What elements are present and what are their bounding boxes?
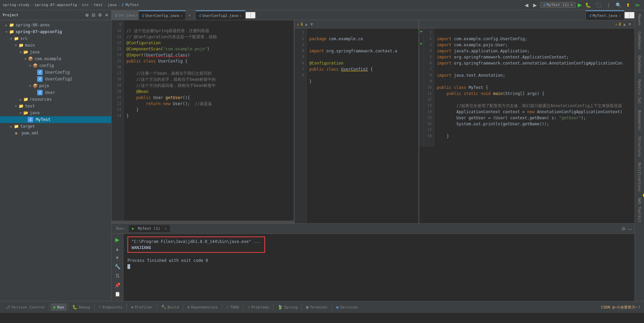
tree-item-user[interactable]: ▶ C User (0, 89, 111, 96)
structure-panel-button[interactable]: Structure (636, 134, 643, 159)
gutter-run-10[interactable]: ▶ (419, 41, 424, 47)
breadcrumb-java[interactable]: java (108, 3, 117, 7)
tree-item-test[interactable]: ▼ 📁 test (0, 103, 111, 109)
run-tab-close[interactable]: ✕ (165, 226, 167, 231)
wrench-button[interactable]: 🔧 (114, 263, 121, 270)
tree-item-pomxml[interactable]: ▶ m pom.xml (0, 130, 111, 136)
notifications-button[interactable]: ≫ (634, 2, 641, 8)
bookmarks-panel-button[interactable]: Bookmarks (636, 107, 643, 133)
gutter-run-9[interactable]: ▶ (419, 28, 424, 34)
tree-item-pojo[interactable]: ▼ 📦 pojo (0, 82, 111, 89)
tab-userconfig2[interactable]: C UserConfig2.java ✕ (196, 10, 245, 20)
tree-item-config[interactable]: ▼ 📦 config (0, 62, 111, 69)
scroll-down-button[interactable]: ▼ (114, 254, 120, 261)
breadcrumb-appconfig[interactable]: spring-07-appconfig (34, 3, 77, 7)
statusbar-build[interactable]: 🔨 Build (159, 303, 182, 311)
breadcrumb-src[interactable]: src (82, 3, 89, 7)
arrow-config[interactable]: ▼ (28, 64, 32, 68)
add-button[interactable]: ⊕ (85, 13, 89, 18)
update-button[interactable]: ⬆ (625, 2, 631, 8)
back-button[interactable]: ◀ (523, 2, 530, 8)
tree-item-com-example[interactable]: ▼ 📦 com.example (0, 55, 111, 62)
run-again-button[interactable]: ▶ (115, 236, 120, 244)
statusbar-version-control[interactable]: ⎇ Version Control (3, 303, 48, 311)
code-area-userconfig[interactable]: 910111213 1415161718 192021222324 // 这个也… (112, 20, 294, 221)
scroll-up-button[interactable]: ▲ (114, 246, 120, 252)
more-actions-button[interactable]: ⋮ (605, 2, 612, 8)
debug-button[interactable]: 🐛 (584, 2, 592, 8)
awstoolkit-panel-button[interactable]: AWS Toolkit (636, 195, 643, 225)
tab-mytest[interactable]: C MyTest.java ✕ (586, 10, 624, 20)
tree-item-resources[interactable]: ▶ 📁 resources (0, 96, 111, 103)
run-config-selector[interactable]: C MyTest (1) ▾ (540, 2, 576, 8)
close-run-button[interactable]: 📋 (114, 291, 121, 297)
tab-options-button[interactable]: ⋮ (245, 12, 256, 19)
hscroll-userconfig[interactable] (112, 221, 294, 223)
pin-button[interactable]: 📌 (114, 282, 121, 289)
coverage-button[interactable]: ⬛ (594, 2, 603, 8)
arrow-target[interactable]: ▶ (9, 125, 14, 128)
run-minimize-button[interactable]: — (627, 226, 632, 231)
settings-button[interactable]: ⚙ (98, 13, 102, 18)
breadcrumb-mytest[interactable]: MyTest (125, 3, 139, 7)
arrow-java-main[interactable]: ▼ (18, 50, 23, 54)
tree-item-src[interactable]: ▼ 📁 src (0, 35, 111, 42)
tree-item-userconfig2[interactable]: ▶ C UserConfig2 (0, 76, 111, 82)
breadcrumb-spring-study[interactable]: spring-study (3, 3, 29, 7)
run-settings-button[interactable]: ⚙ (621, 226, 626, 231)
breadcrumb-test[interactable]: test (94, 3, 103, 7)
arrow-resources[interactable]: ▶ (18, 98, 23, 101)
mytest-tab-close[interactable]: ✕ (619, 14, 621, 18)
notifications-panel-button[interactable]: Notifications (636, 160, 643, 194)
tree-item-java-main[interactable]: ▼ 📂 java (0, 49, 111, 55)
tree-item-main[interactable]: ▼ 📁 main (0, 42, 111, 49)
database-panel-button[interactable]: Database (636, 53, 643, 76)
run-tab-mytest[interactable]: ▶ MyTest (1) ✕ (129, 225, 170, 232)
search-button[interactable]: 🔍 (614, 2, 623, 8)
tree-item-userconfig[interactable]: ▶ C UserConfig (0, 69, 111, 76)
codegeex-panel-button[interactable]: CodeGeex (636, 29, 643, 52)
sort-button[interactable]: ⇅ (115, 272, 120, 280)
tree-item-target[interactable]: ▶ 📁 target (0, 123, 111, 130)
nav-up-mytest[interactable]: ▲ (622, 22, 626, 27)
code-area-userconfig2[interactable]: 12345 678 package com.example.co import … (294, 28, 419, 223)
ser-java-close[interactable]: ✕ (136, 14, 138, 17)
tree-item-java-test[interactable]: ▼ 📂 java (0, 109, 111, 116)
statusbar-spring[interactable]: 🍃 Spring (275, 303, 300, 311)
tab-userconfig[interactable]: C UserConfig.java ✕ (139, 10, 186, 20)
collapse-all-button[interactable]: ⊟ (92, 13, 95, 18)
maven-panel-button[interactable]: Maven (636, 11, 643, 28)
code-area-mytest[interactable]: ▶ ▶ 12345 678910 1112131415 161718 impor… (419, 28, 635, 223)
arrow-spring07[interactable]: ▼ (4, 30, 9, 34)
arrow-test[interactable]: ▼ (14, 104, 18, 108)
tree-item-mytest[interactable]: ▶ C MyTest (0, 116, 111, 123)
forward-button[interactable]: ▶ (532, 2, 538, 8)
statusbar-profiler[interactable]: ◈ Profiler (128, 303, 155, 311)
nav-up-button[interactable]: ▲ (304, 22, 308, 27)
arrow-java-test[interactable]: ▼ (18, 111, 23, 115)
run-button[interactable]: ▶ (578, 2, 582, 8)
tab-ser-java[interactable]: C ser.java ✕ (112, 10, 139, 20)
tab-more-left[interactable]: ▾ (186, 13, 193, 18)
nav-down-mytest[interactable]: ▼ (628, 22, 632, 27)
tree-item-spring06[interactable]: ▶ 📁 spring-06-anno (0, 22, 111, 28)
statusbar-endpoints[interactable]: ⚡ Endpoints (96, 303, 125, 311)
statusbar-problems[interactable]: ✓ Problems (245, 303, 272, 311)
nav-down-button[interactable]: ▼ (310, 22, 314, 27)
mybatissql-panel-button[interactable]: Mybatis Sql (636, 77, 643, 107)
close-sidebar-button[interactable]: ✕ (105, 13, 109, 18)
userconfig-tab-close[interactable]: ✕ (180, 14, 182, 18)
statusbar-debug[interactable]: 🐛 Debug (70, 303, 93, 311)
arrow-com-example[interactable]: ▼ (23, 57, 28, 61)
statusbar-dependencies[interactable]: ≡ Dependencies (185, 303, 221, 311)
statusbar-run[interactable]: ▶ Run (51, 303, 67, 311)
statusbar-terminal[interactable]: ▣ Terminal (303, 303, 330, 311)
statusbar-services[interactable]: ◉ Services (333, 303, 360, 311)
arrow-src[interactable]: ▼ (9, 37, 14, 41)
arrow-spring06[interactable]: ▶ (4, 23, 9, 27)
tree-item-spring07[interactable]: ▼ 📁 spring-07-appconfig (0, 28, 111, 35)
arrow-main[interactable]: ▼ (14, 44, 18, 47)
arrow-pojo[interactable]: ▼ (28, 84, 32, 88)
statusbar-todo[interactable]: ✓ TODO (223, 303, 242, 311)
userconfig2-tab-close[interactable]: ✕ (240, 14, 242, 18)
